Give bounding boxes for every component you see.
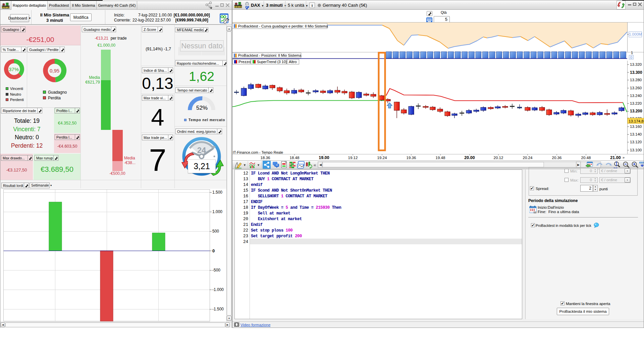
svg-text:13.100: 13.100 xyxy=(630,148,642,152)
svg-text:13.220: 13.220 xyxy=(630,101,642,105)
svg-text:20.24: 20.24 xyxy=(523,156,533,160)
svg-text:13.300: 13.300 xyxy=(630,70,642,75)
svg-text:13.240: 13.240 xyxy=(630,94,642,98)
svg-text:20.00: 20.00 xyxy=(464,155,475,160)
svg-text:»: » xyxy=(623,155,625,159)
svg-text:18.36: 18.36 xyxy=(261,156,270,160)
svg-text:▼: ▼ xyxy=(243,163,246,167)
svg-text:13.260: 13.260 xyxy=(630,86,642,90)
svg-text:19.24: 19.24 xyxy=(377,156,387,160)
svg-text:13.320: 13.320 xyxy=(630,62,642,66)
svg-text:18.48: 18.48 xyxy=(290,156,300,160)
svg-text:-1.000: -1.000 xyxy=(212,287,224,292)
svg-text:21.00: 21.00 xyxy=(610,155,621,160)
svg-text:19.12: 19.12 xyxy=(348,156,358,160)
svg-text:13.160: 13.160 xyxy=(630,125,642,129)
svg-text:19.00: 19.00 xyxy=(319,155,329,160)
svg-text:0: 0 xyxy=(212,248,215,253)
svg-text:20.48: 20.48 xyxy=(581,156,591,160)
svg-text:500: 500 xyxy=(212,229,219,234)
svg-text:20.36: 20.36 xyxy=(552,156,562,160)
svg-text:▼: ▼ xyxy=(257,163,260,167)
svg-text:-500: -500 xyxy=(212,268,220,273)
svg-text:1.500: 1.500 xyxy=(212,190,222,195)
svg-text:▶: ▶ xyxy=(577,163,580,166)
svg-text:13.120: 13.120 xyxy=(630,140,642,144)
svg-text:13.280: 13.280 xyxy=(630,78,642,82)
svg-text:19.36: 19.36 xyxy=(407,156,416,160)
svg-text:13.140: 13.140 xyxy=(630,132,642,136)
svg-text:◀: ◀ xyxy=(319,163,322,166)
svg-text:«: « xyxy=(314,162,316,167)
svg-text:20.12: 20.12 xyxy=(494,156,503,160)
svg-text:13.200: 13.200 xyxy=(630,109,642,113)
svg-text:13.174,8: 13.174,8 xyxy=(629,119,644,123)
svg-text:19.48: 19.48 xyxy=(436,156,445,160)
svg-text:-1.500: -1.500 xyxy=(212,307,224,311)
svg-text:1.000: 1.000 xyxy=(212,209,222,214)
